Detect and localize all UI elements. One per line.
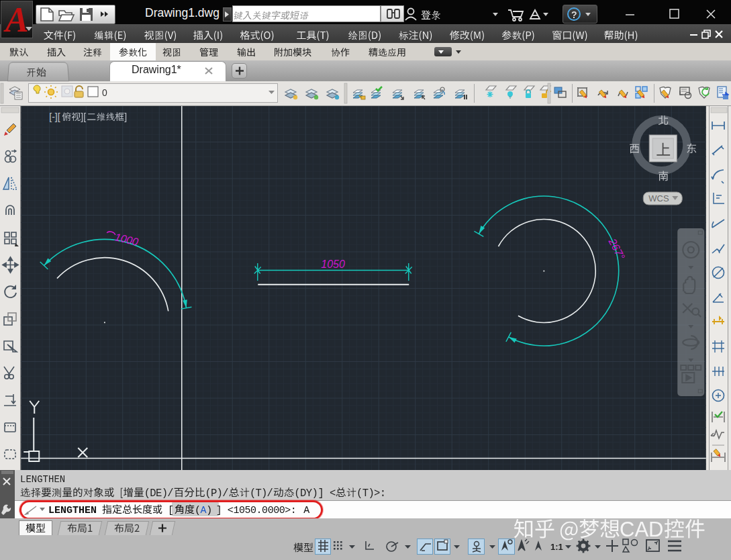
svg-text:[-][: [-][ xyxy=(49,111,60,122)
svg-text:WCS: WCS xyxy=(648,193,669,203)
svg-text:1050: 1050 xyxy=(321,259,345,270)
svg-text:]: ] xyxy=(124,111,127,122)
svg-text:][: ][ xyxy=(81,111,86,122)
